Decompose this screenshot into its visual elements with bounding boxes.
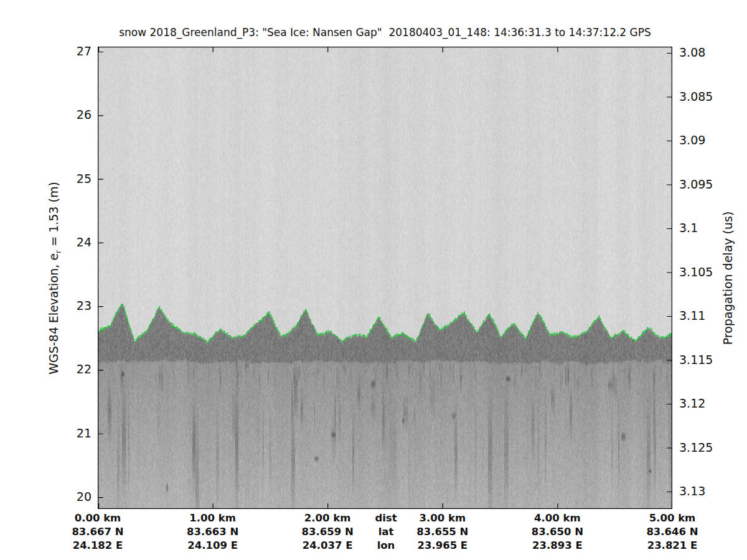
right-tick-label: 3.105 [679,265,735,279]
left-tick-label: 22 [54,362,92,376]
left-axis-label-subscript: r [54,250,63,253]
left-tick-label: 26 [54,108,92,121]
figure-window: { "chart_data": { "type": "heatmap", "ti… [0,0,747,560]
right-tick-label: 3.12 [679,396,735,410]
left-tick-label: 27 [54,44,92,58]
right-tick-label: 3.09 [679,133,735,147]
left-tick-label: 23 [54,299,92,312]
echogram-canvas [98,47,672,509]
right-tick-label: 3.13 [679,484,735,498]
x-tick-column: 3.00 km83.655 N23.965 E [416,511,468,553]
left-tick-label: 20 [54,490,92,503]
right-tick-label: 3.08 [679,45,735,59]
x-axis-caption: distlatlon [375,511,397,553]
right-tick-label: 3.11 [679,309,735,322]
left-axis-label-text: WGS-84 Elevation, e [47,253,60,375]
right-tick-label: 3.095 [679,177,735,191]
x-tick-column: 2.00 km83.659 N24.037 E [302,511,354,553]
right-tick-label: 3.125 [679,441,735,454]
right-tick-label: 3.085 [679,90,735,103]
x-tick-column: 0.00 km83.667 N24.182 E [72,511,123,553]
left-axis-label: WGS-84 Elevation, er = 1.53 (m) [47,182,63,375]
right-tick-label: 3.1 [679,221,735,235]
right-tick-label: 3.115 [679,353,735,366]
left-tick-label: 25 [54,172,92,185]
x-tick-column: 1.00 km83.663 N24.109 E [187,511,238,553]
chart-title: snow 2018_Greenland_P3: "Sea Ice: Nansen… [98,26,672,39]
left-tick-label: 24 [54,235,92,249]
x-tick-column: 5.00 km83.646 N23.821 E [646,511,698,553]
left-tick-label: 21 [54,426,92,440]
x-tick-column: 4.00 km83.650 N23.893 E [532,511,583,553]
